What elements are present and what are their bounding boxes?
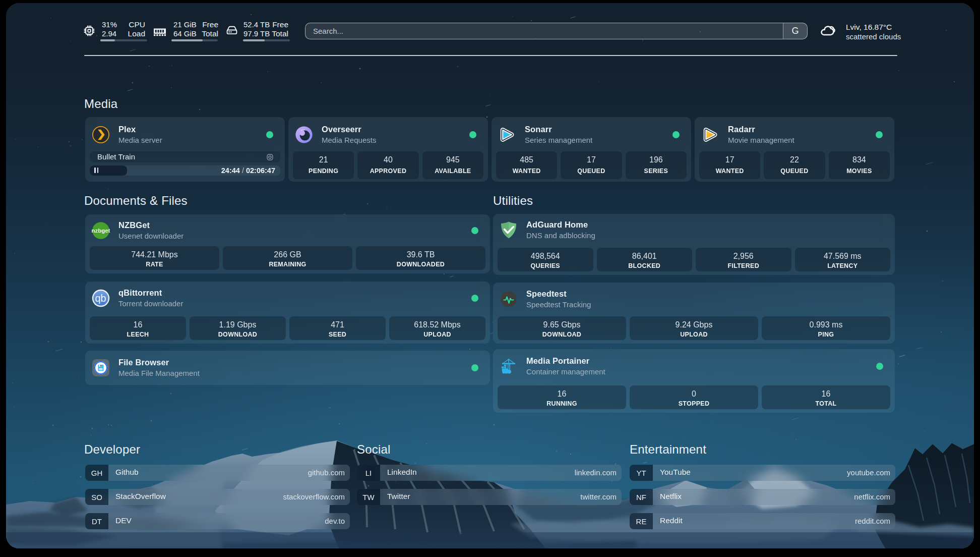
- svg-text:qb: qb: [95, 293, 106, 304]
- svg-text:nzbget: nzbget: [92, 228, 110, 234]
